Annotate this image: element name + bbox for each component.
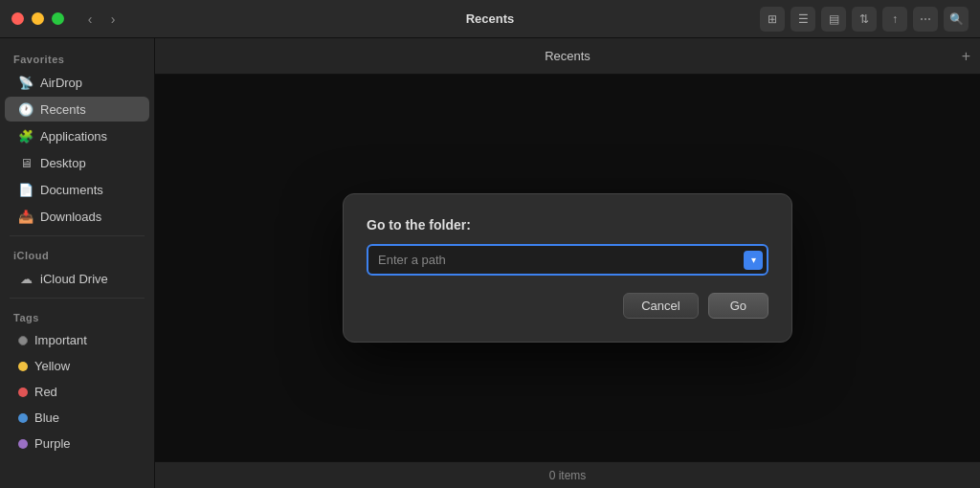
tag-dot-blue	[18, 413, 28, 423]
dropdown-button[interactable]: ▾	[744, 251, 763, 270]
tag-dot-purple	[18, 439, 28, 449]
sidebar-item-yellow[interactable]: Yellow	[5, 354, 149, 378]
overlay: Go to the folder: ▾ Cancel Go	[155, 75, 980, 461]
documents-icon: 📄	[18, 182, 33, 197]
view-icon-grid[interactable]: ⊞	[760, 7, 785, 32]
sidebar-item-applications[interactable]: 🧩 Applications	[5, 123, 149, 148]
title-bar: ‹ › Recents ⊞ ☰ ▤ ⇅ ↑ ⋯ 🔍	[0, 0, 980, 38]
content-header-title: Recents	[545, 49, 590, 63]
sidebar-item-label: Applications	[40, 129, 107, 144]
sidebar-item-label: Blue	[34, 410, 59, 425]
content-header: Recents +	[155, 38, 980, 75]
desktop-icon: 🖥	[18, 155, 33, 170]
sidebar-item-recents[interactable]: 🕐 Recents	[5, 97, 149, 122]
window-title: Recents	[466, 11, 515, 26]
recents-icon: 🕐	[18, 101, 33, 117]
close-button[interactable]	[11, 12, 24, 25]
add-button[interactable]: +	[962, 48, 970, 65]
sidebar-item-label: Recents	[40, 102, 86, 117]
status-bar: 0 items	[155, 461, 980, 488]
view-icon-columns[interactable]: ▤	[821, 7, 846, 32]
sort-icon[interactable]: ⇅	[852, 7, 877, 32]
dialog-input-wrapper: ▾	[367, 244, 768, 276]
dialog-buttons: Cancel Go	[367, 293, 768, 319]
sidebar-item-airdrop[interactable]: 📡 AirDrop	[5, 70, 149, 95]
action-icon[interactable]: ⋯	[913, 7, 938, 32]
tag-dot-yellow	[18, 362, 28, 371]
tag-dot-gray	[18, 336, 28, 345]
share-icon[interactable]: ↑	[882, 7, 907, 32]
dialog-title: Go to the folder:	[367, 217, 768, 233]
status-text: 0 items	[549, 469, 587, 482]
back-button[interactable]: ‹	[79, 9, 100, 30]
cancel-button[interactable]: Cancel	[623, 293, 698, 319]
icloud-label: iCloud	[0, 242, 154, 265]
minimize-button[interactable]	[32, 12, 44, 25]
traffic-lights	[11, 12, 64, 25]
sidebar-item-desktop[interactable]: 🖥 Desktop	[5, 150, 149, 175]
content-area: Recents + Go to the folder: ▾ Cancel Go	[155, 38, 980, 488]
nav-arrows: ‹ ›	[79, 9, 123, 30]
sidebar-item-label: Important	[34, 333, 87, 347]
applications-icon: 🧩	[18, 128, 33, 144]
forward-button[interactable]: ›	[102, 9, 123, 30]
tag-dot-red	[18, 388, 28, 397]
maximize-button[interactable]	[52, 12, 64, 25]
sidebar-item-icloud-drive[interactable]: ☁ iCloud Drive	[5, 266, 149, 291]
path-input[interactable]	[367, 244, 768, 276]
airdrop-icon: 📡	[18, 75, 33, 90]
sidebar-item-red[interactable]: Red	[5, 380, 149, 404]
sidebar-item-label: Purple	[34, 436, 71, 451]
sidebar-item-label: Yellow	[34, 359, 70, 373]
downloads-icon: 📥	[18, 209, 33, 224]
toolbar-icons: ⊞ ☰ ▤ ⇅ ↑ ⋯ 🔍	[760, 7, 969, 32]
icloud-icon: ☁	[18, 271, 33, 286]
go-button[interactable]: Go	[708, 293, 768, 319]
sidebar-separator-1	[10, 235, 145, 236]
sidebar-item-label: Red	[34, 385, 57, 399]
goto-folder-dialog: Go to the folder: ▾ Cancel Go	[343, 193, 792, 343]
sidebar-item-purple[interactable]: Purple	[5, 432, 149, 455]
main-area: Favorites 📡 AirDrop 🕐 Recents 🧩 Applicat…	[0, 38, 980, 488]
favorites-label: Favorites	[0, 46, 154, 69]
sidebar-item-important[interactable]: Important	[5, 328, 149, 352]
sidebar-item-label: AirDrop	[40, 76, 82, 90]
view-icon-list[interactable]: ☰	[791, 7, 815, 32]
sidebar-item-label: Downloads	[40, 210, 101, 224]
sidebar-item-downloads[interactable]: 📥 Downloads	[5, 204, 149, 229]
sidebar-item-blue[interactable]: Blue	[5, 406, 149, 430]
sidebar-item-label: Documents	[40, 183, 103, 197]
search-icon[interactable]: 🔍	[944, 7, 969, 32]
content-body: Go to the folder: ▾ Cancel Go	[155, 75, 980, 461]
sidebar-item-label: Desktop	[40, 156, 86, 170]
tags-label: Tags	[0, 304, 154, 327]
sidebar-separator-2	[10, 298, 145, 299]
sidebar-item-documents[interactable]: 📄 Documents	[5, 177, 149, 202]
sidebar: Favorites 📡 AirDrop 🕐 Recents 🧩 Applicat…	[0, 38, 155, 488]
sidebar-item-label: iCloud Drive	[40, 272, 108, 286]
